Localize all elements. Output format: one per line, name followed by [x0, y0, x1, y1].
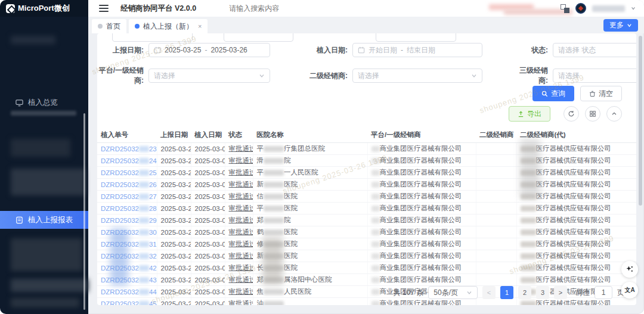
total-count-label: 共 107 条	[394, 288, 424, 298]
export-button[interactable]: 导出	[509, 106, 550, 122]
table-row[interactable]: DZRD25032282025-03-252025-03-01审批通过平医院商业…	[97, 203, 636, 214]
report-date-range-picker[interactable]: 2025-03-25 - 2025-03-26	[148, 43, 270, 57]
page-button-1[interactable]: 1	[500, 286, 513, 299]
cell-report-date: 2025-03-25	[157, 238, 191, 250]
table-row[interactable]: DZRD25032292025-03-252025-03-01审批通过郑院商业集…	[97, 214, 636, 226]
order-number-link[interactable]: DZRD2503232	[101, 253, 157, 260]
collapse-filters-button[interactable]	[606, 106, 622, 122]
order-number-link[interactable]: DZRD2503243	[101, 276, 157, 284]
goto-page-input[interactable]	[595, 286, 612, 299]
table-row[interactable]: DZRD25032312025-03-252025-03-01审批通过修医院商业…	[97, 238, 636, 250]
page-size-select[interactable]: 50条/页	[428, 286, 478, 299]
table-row[interactable]: DZRD25032422025-03-252025-03-01审批通过长医院商业…	[97, 262, 636, 274]
filter-second-dealer: 二级经销商: 请选择	[270, 66, 482, 86]
status-link[interactable]: 审批通过	[229, 181, 253, 188]
sidebar-scrollbar[interactable]	[83, 113, 85, 310]
more-tabs-button[interactable]: 更多	[603, 19, 638, 32]
status-link[interactable]: 审批通过	[229, 145, 253, 152]
redacted-text	[371, 241, 380, 247]
close-icon[interactable]: ×	[198, 23, 202, 30]
search-button[interactable]: 查询	[532, 86, 574, 101]
second-dealer-select[interactable]: 请选择	[352, 69, 482, 83]
order-number-link[interactable]: DZRD2503231	[101, 241, 157, 248]
status-link[interactable]: 审批通过	[229, 300, 253, 305]
order-number-link[interactable]: DZRD2503228	[101, 205, 157, 212]
col-header-hospital[interactable]: 医院名称	[253, 128, 367, 143]
status-select[interactable]: 请选择 状态	[553, 43, 636, 57]
cell-hospital: 长医院	[253, 262, 367, 274]
menu-collapse-icon[interactable]	[99, 5, 109, 12]
ai-assistant-button[interactable]	[621, 261, 638, 278]
tab-home[interactable]: 首页	[92, 19, 126, 33]
redacted-text	[521, 146, 536, 152]
col-header-second-dealer[interactable]: 二级经销商	[476, 128, 516, 143]
sparkle-icon	[626, 265, 634, 273]
status-link[interactable]: 审批通过	[229, 216, 253, 223]
table-row[interactable]: DZRD25032322025-03-252025-03-01审批通过新医院商业…	[97, 250, 636, 262]
table-row[interactable]: DZRD25032262025-03-252025-03-01审批通过新医院商业…	[97, 179, 636, 191]
screenshot-icon[interactable]	[561, 4, 569, 13]
cell-second-dealer	[476, 167, 516, 179]
status-link[interactable]: 审批通过	[229, 169, 253, 176]
order-number-link[interactable]: DZRD2503229	[101, 217, 157, 224]
clipped-filter-input[interactable]	[112, 33, 193, 42]
next-page-button[interactable]: >	[554, 286, 567, 299]
col-header-agent-dealer[interactable]: 二级经销商(代)	[516, 128, 636, 143]
translate-button[interactable]: 文A	[621, 282, 638, 299]
cell-order-no: DZRD2503228	[97, 203, 157, 214]
redacted-text	[521, 182, 536, 188]
table-row[interactable]: DZRD25032432025-03-252025-03-01审批通过郑属洛阳中…	[97, 274, 636, 286]
platform-dealer-select[interactable]: 请选择	[148, 69, 270, 83]
column-settings-button[interactable]	[585, 106, 600, 122]
prev-page-button[interactable]: <	[482, 286, 496, 299]
status-link[interactable]: 审批通过	[229, 252, 253, 259]
col-header-report-date[interactable]: 上报日期	[157, 128, 191, 143]
chevron-down-icon[interactable]	[631, 6, 636, 11]
redacted-text	[264, 146, 284, 152]
table-row[interactable]: DZRD25032272025-03-252025-03-01审批通过信医院商业…	[97, 191, 636, 203]
cell-status: 审批通过	[225, 226, 253, 238]
table-row[interactable]: DZRD25032232025-03-252025-03-01审批通过平疗集团总…	[97, 143, 636, 155]
refresh-button[interactable]	[564, 106, 579, 122]
page-button-3[interactable]: 3	[536, 286, 549, 299]
col-header-platform-dealer[interactable]: 平台/一级经销商	[367, 128, 476, 143]
clear-button[interactable]: 清空	[580, 86, 622, 101]
status-link[interactable]: 审批通过	[229, 240, 253, 247]
sidebar-item-implant-overview[interactable]: 植入总览	[0, 94, 88, 111]
status-link[interactable]: 审批通过	[229, 228, 253, 235]
redacted-text	[371, 146, 380, 152]
global-search-input[interactable]	[229, 4, 360, 13]
third-dealer-select[interactable]: 请选择	[553, 69, 636, 83]
col-header-implant-date[interactable]: 植入日期	[191, 128, 225, 143]
redacted-text	[521, 229, 536, 235]
table-row[interactable]: DZRD25032302025-03-252025-03-01审批通过鹤医院商业…	[97, 226, 636, 238]
avatar[interactable]	[575, 3, 586, 14]
content-scrollbar[interactable]	[639, 36, 642, 206]
status-link[interactable]: 审批通过	[229, 204, 253, 212]
clipped-filter-input[interactable]	[224, 33, 293, 42]
status-link[interactable]: 审批通过	[229, 192, 253, 200]
cell-second-dealer	[476, 250, 516, 262]
order-number-link[interactable]: DZRD2503245	[101, 300, 157, 306]
order-number-link[interactable]: DZRD2503223	[101, 145, 157, 153]
order-number-link[interactable]: DZRD2503226	[101, 181, 157, 188]
col-header-status[interactable]: 状态	[225, 128, 253, 143]
sidebar-item-implant-report-table[interactable]: 植入上报报表	[0, 211, 88, 229]
status-link[interactable]: 审批通过	[229, 157, 253, 164]
order-number-link[interactable]: DZRD2503225	[101, 169, 157, 176]
status-link[interactable]: 审批通过	[229, 276, 253, 283]
page-button-2[interactable]: 2	[518, 286, 531, 299]
order-number-link[interactable]: DZRD2503224	[101, 157, 157, 164]
order-number-link[interactable]: DZRD2503227	[101, 193, 157, 200]
status-link[interactable]: 审批通过	[229, 264, 253, 271]
table-row[interactable]: DZRD25032242025-03-252025-03-01审批通过滑院商业集…	[97, 155, 636, 167]
order-number-link[interactable]: DZRD2503230	[101, 229, 157, 236]
clipped-filter-input[interactable]	[376, 33, 456, 42]
col-header-order-no[interactable]: 植入单号	[97, 128, 157, 143]
cell-agent-dealer: 医疗器械供应链有限公司	[516, 179, 636, 191]
tab-implant-report[interactable]: 植入上报（新） ×	[129, 19, 208, 33]
redacted-text	[139, 158, 149, 164]
table-row[interactable]: DZRD25032252025-03-252025-03-01审批通过平一人民医…	[97, 167, 636, 179]
implant-date-range-picker[interactable]: 开始日期 - 结束日期	[352, 43, 482, 57]
order-number-link[interactable]: DZRD2503242	[101, 265, 157, 272]
